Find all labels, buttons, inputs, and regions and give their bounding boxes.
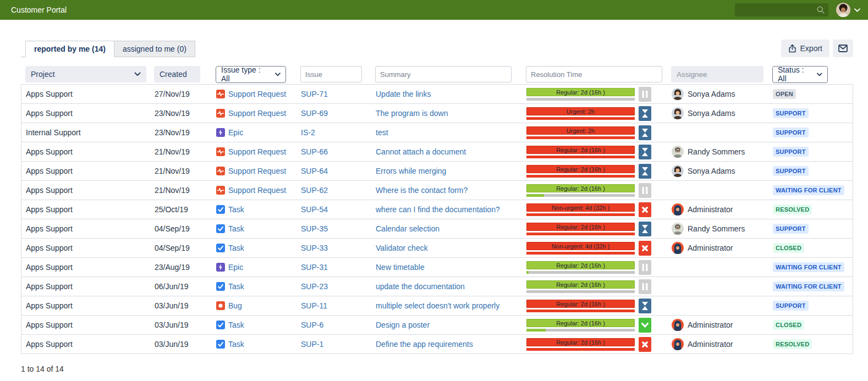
summary-cell: where can I find the documentation? (371, 205, 522, 214)
issue-key-link[interactable]: SUP-33 (301, 244, 328, 252)
project-cell: Apps Support (21, 109, 150, 118)
issue-type-cell: Task (212, 321, 296, 329)
mail-button[interactable] (833, 40, 853, 57)
sla-bar: Regular: 2d (16h ) (526, 319, 635, 332)
status-cell: WAITING FOR CLIENT (768, 262, 844, 272)
issue-key-cell: SUP-35 (296, 224, 371, 233)
summary-link[interactable]: Validator check (376, 244, 428, 252)
issue-key-link[interactable]: SUP-1 (301, 340, 323, 349)
export-button[interactable]: Export (781, 40, 829, 57)
issue-key-link[interactable]: SUP-6 (301, 321, 323, 329)
issue-filter-input[interactable] (300, 66, 362, 82)
summary-filter-input[interactable] (375, 66, 512, 82)
issue-type-link[interactable]: Task (228, 205, 244, 214)
issue-key-link[interactable]: SUP-64 (301, 167, 328, 175)
summary-link[interactable]: Define the app requirements (376, 340, 473, 349)
issue-key-link[interactable]: SUP-11 (301, 301, 327, 310)
issue-key-link[interactable]: SUP-62 (301, 186, 328, 195)
sla-progress-track (526, 252, 635, 255)
assignee-name: Administrator (688, 340, 733, 349)
issue-key-link[interactable]: SUP-23 (301, 282, 328, 291)
project-cell: Apps Support (21, 282, 150, 291)
resolution-time-cell: Non-urgent: 4d (32h ) (522, 241, 667, 256)
project-filter-dropdown[interactable]: Project (25, 66, 146, 82)
sla-bar: Urgent: 2h (526, 107, 635, 120)
status-badge: CLOSED (773, 320, 804, 330)
avatar (672, 146, 684, 158)
cross-icon (639, 202, 651, 217)
issue-key-link[interactable]: SUP-35 (301, 224, 328, 233)
issue-type-link[interactable]: Task (228, 224, 244, 233)
summary-link[interactable]: Update the links (376, 90, 431, 98)
created-cell: 25/Oct/19 (150, 205, 212, 214)
summary-cell: Where is the contact form? (371, 186, 522, 195)
search-box[interactable] (735, 3, 828, 16)
table-row: Apps Support 21/Nov/19 Support Request S… (21, 181, 853, 200)
assignee-name: Randy Sommers (688, 224, 745, 233)
assignee-filter-input[interactable] (671, 66, 763, 82)
summary-link[interactable]: Design a poster (376, 321, 430, 329)
resolution-time-cell: Regular: 2d (16h ) (522, 299, 667, 313)
tab-reported-by-me[interactable]: reported by me (14) (25, 41, 114, 57)
resolution-time-filter-input[interactable] (526, 66, 662, 82)
summary-link[interactable]: New timetable (376, 263, 425, 272)
project-cell: Apps Support (21, 321, 150, 329)
summary-link[interactable]: where can I find the documentation? (376, 205, 500, 214)
issue-key-cell: IS-2 (296, 128, 371, 137)
issue-key-link[interactable]: SUP-31 (301, 263, 328, 272)
issue-type-link[interactable]: Task (228, 321, 244, 329)
summary-link[interactable]: Where is the contact form? (376, 186, 468, 195)
issue-type-link[interactable]: Support Request (228, 109, 286, 118)
issue-key-link[interactable]: SUP-71 (301, 90, 328, 98)
status-cell: RESOLVED (768, 205, 812, 214)
status-cell: SUPPORT (768, 301, 809, 311)
issue-type-link[interactable]: Epic (228, 128, 243, 137)
issue-key-link[interactable]: SUP-66 (301, 147, 328, 156)
issue-type-cell: Epic (212, 128, 296, 137)
user-menu[interactable] (836, 3, 860, 17)
search-icon (816, 5, 825, 14)
summary-link[interactable]: update the documentation (376, 282, 465, 291)
issue-type-link[interactable]: Support Request (228, 167, 286, 175)
sla-bar: Regular: 2d (16h ) (526, 88, 635, 101)
issue-type-filter-select[interactable]: Issue type : All (216, 66, 286, 83)
status-filter-select[interactable]: Status : All (772, 66, 828, 83)
summary-link[interactable]: Calendar selection (376, 224, 440, 233)
sla-progress (526, 329, 546, 332)
check-icon (639, 318, 651, 333)
issue-type-cell: Epic (212, 263, 296, 272)
issue-type-link[interactable]: Support Request (228, 90, 286, 98)
search-input[interactable] (739, 6, 816, 14)
table-row: Apps Support 21/Nov/19 Support Request S… (21, 162, 853, 181)
summary-link[interactable]: The program is down (376, 109, 448, 118)
sla-bar: Regular: 2d (16h ) (526, 261, 635, 274)
summary-link[interactable]: Cannot attach a document (376, 147, 466, 156)
issue-type-link[interactable]: Task (228, 340, 244, 349)
issue-key-link[interactable]: SUP-69 (301, 109, 328, 118)
hourglass-icon (639, 125, 651, 140)
issue-type-cell: Bug (212, 301, 296, 310)
hourglass-icon (639, 222, 651, 236)
tab-assigned-to-me[interactable]: assigned to me (0) (114, 41, 195, 57)
issue-type-link[interactable]: Support Request (228, 147, 286, 156)
status-badge: SUPPORT (773, 166, 809, 176)
issue-type-link[interactable]: Epic (228, 263, 243, 272)
hourglass-icon (639, 145, 651, 159)
issue-type-link[interactable]: Bug (228, 301, 242, 310)
issue-type-link[interactable]: Task (228, 282, 244, 291)
summary-link[interactable]: Errors while merging (376, 167, 446, 175)
created-column-header[interactable]: Created (154, 66, 200, 82)
table-row: Apps Support 27/Nov/19 Support Request S… (21, 85, 853, 104)
hourglass-icon (639, 106, 651, 121)
issue-key-cell: SUP-23 (296, 282, 371, 291)
issue-key-cell: SUP-64 (296, 167, 371, 175)
issue-key-link[interactable]: SUP-54 (301, 205, 328, 214)
sla-bar: Urgent: 2h (526, 126, 635, 139)
summary-link[interactable]: test (376, 128, 388, 137)
issue-key-link[interactable]: IS-2 (301, 128, 315, 137)
issue-type-link[interactable]: Task (228, 244, 244, 252)
summary-link[interactable]: multiple select doesn't work properly (376, 301, 499, 310)
issue-type-link[interactable]: Support Request (228, 186, 286, 195)
avatar (672, 223, 684, 235)
task-icon (216, 205, 225, 214)
